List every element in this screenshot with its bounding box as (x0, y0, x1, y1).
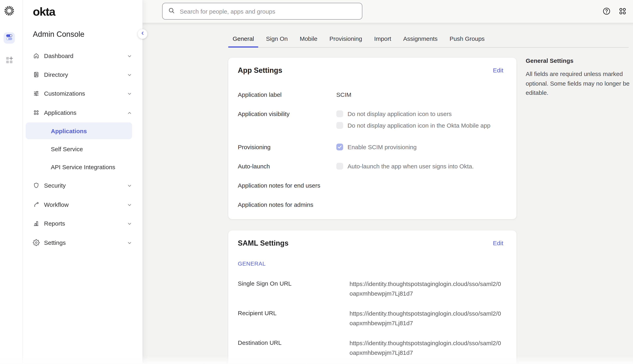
row-destination-url: Destination URL https://identity.thought… (238, 338, 507, 358)
toggles-icon (4, 32, 15, 44)
help-button[interactable] (602, 7, 611, 16)
tab-push-groups[interactable]: Push Groups (445, 30, 489, 47)
product-title: Admin Console (33, 30, 85, 39)
sliders-icon (33, 90, 40, 96)
workflow-path-icon (33, 201, 40, 208)
sidebar: okta Admin Console Dashboard (23, 0, 143, 364)
sidebar-item-applications[interactable]: Applications (23, 106, 143, 119)
sidebar-item-settings[interactable]: Settings (23, 236, 143, 249)
tab-import[interactable]: Import (370, 30, 396, 47)
application-label-value: SCIM (336, 90, 351, 99)
chevron-down-icon (127, 202, 132, 207)
sidebar-item-customizations[interactable]: Customizations (23, 86, 143, 100)
row-notes-end-users: Application notes for end users (238, 181, 507, 190)
chevron-down-icon (127, 220, 132, 226)
chevron-down-icon (127, 53, 132, 58)
row-recipient-url: Recipient URL https://identity.thoughtsp… (238, 309, 507, 328)
sidebar-item-label: Workflow (44, 201, 69, 208)
okta-aura-logo-icon (4, 6, 15, 16)
global-search (162, 3, 362, 20)
auto-launch-option: Auto-launch the app when user signs into… (336, 162, 474, 170)
recipient-url-value: https://identity.thoughtspotstaginglogin… (350, 309, 501, 328)
row-provisioning: Provisioning Enable SCIM provisioning (238, 143, 507, 151)
sidebar-subitem-label: Applications (51, 128, 87, 134)
destination-url-value: https://identity.thoughtspotstaginglogin… (350, 338, 501, 358)
id-card-icon (33, 71, 40, 78)
visibility-option-hide-mobile-icon: Do not display application icon in the O… (336, 121, 490, 130)
help-panel: General Settings All fields are required… (526, 57, 631, 98)
row-application-label: Application label SCIM (238, 90, 507, 99)
sidebar-item-label: Customizations (44, 90, 85, 96)
chevron-down-icon (127, 72, 132, 77)
chevron-up-icon (127, 110, 132, 115)
add-apps-grid-icon (4, 54, 15, 67)
sidebar-subitem-self-service[interactable]: Self Service (23, 142, 143, 156)
checkbox-checked-icon (336, 144, 343, 150)
checkbox-icon (336, 110, 343, 117)
shield-icon (33, 182, 40, 188)
saml-settings-title: SAML Settings (238, 239, 288, 248)
app-switcher-rail (0, 0, 23, 364)
chevron-down-icon (127, 90, 132, 96)
sidebar-item-workflow[interactable]: Workflow (23, 198, 143, 211)
add-apps-rail-button[interactable] (4, 55, 15, 66)
sidebar-item-directory[interactable]: Directory (23, 68, 143, 81)
chevron-left-icon (140, 30, 145, 38)
apps-menu-button[interactable] (618, 7, 627, 16)
single-sign-on-url-value: https://identity.thoughtspotstaginglogin… (350, 279, 501, 298)
row-auto-launch: Auto-launch Auto-launch the app when use… (238, 162, 507, 170)
sidebar-item-reports[interactable]: Reports (23, 216, 143, 230)
home-icon (33, 52, 40, 59)
tab-assignments[interactable]: Assignments (399, 30, 442, 47)
tab-general[interactable]: General (228, 30, 258, 47)
chevron-down-icon (127, 240, 132, 245)
app-settings-title: App Settings (238, 66, 282, 75)
bar-chart-icon (33, 220, 40, 226)
row-notes-admins: Application notes for admins (238, 200, 507, 209)
sidebar-subitem-applications[interactable]: Applications (26, 122, 132, 139)
saml-settings-card: SAML Settings Edit GENERAL Single Sign O… (228, 230, 516, 364)
sidebar-subitem-api-service-integrations[interactable]: API Service Integrations (23, 160, 143, 174)
checkbox-icon (336, 163, 343, 170)
saml-settings-edit-button[interactable]: Edit (493, 239, 503, 248)
search-icon (163, 6, 175, 16)
provisioning-option: Enable SCIM provisioning (336, 143, 417, 151)
chevron-down-icon (127, 182, 132, 188)
gear-icon (33, 239, 40, 246)
checkbox-icon (336, 122, 343, 129)
app-circles-icon (33, 109, 40, 116)
search-input[interactable] (179, 8, 358, 15)
row-single-sign-on-url: Single Sign On URL https://identity.thou… (238, 279, 507, 298)
tab-sign-on[interactable]: Sign On (262, 30, 292, 47)
sidebar-item-label: Directory (44, 71, 68, 78)
topbar (143, 0, 633, 23)
main-area: General Sign On Mobile Provisioning Impo… (143, 0, 633, 364)
sidebar-item-label: Reports (44, 220, 65, 226)
sidebar-subitem-label: Self Service (51, 146, 83, 152)
sidebar-collapse-button[interactable] (138, 29, 147, 39)
tab-mobile[interactable]: Mobile (295, 30, 322, 47)
sidebar-item-label: Dashboard (44, 52, 74, 59)
sidebar-subitem-label: API Service Integrations (51, 164, 115, 170)
help-panel-body: All fields are required unless marked op… (526, 69, 631, 98)
sidebar-item-label: Security (44, 182, 66, 188)
app-tabs: General Sign On Mobile Provisioning Impo… (228, 30, 628, 48)
question-circle-icon (602, 10, 611, 17)
sidebar-item-label: Settings (44, 239, 66, 246)
saml-general-section-heading: GENERAL (238, 260, 516, 267)
grid-circles-icon (618, 10, 627, 17)
sidebar-item-security[interactable]: Security (23, 178, 143, 192)
app-settings-edit-button[interactable]: Edit (493, 66, 503, 75)
admin-console-rail-button[interactable] (4, 32, 15, 44)
app-settings-card: App Settings Edit Application label SCIM… (228, 58, 516, 219)
sidebar-item-dashboard[interactable]: Dashboard (23, 49, 143, 62)
row-application-visibility: Application visibility Do not display ap… (238, 110, 507, 130)
tab-provisioning[interactable]: Provisioning (325, 30, 367, 47)
visibility-option-hide-icon: Do not display application icon to users (336, 110, 490, 118)
help-panel-title: General Settings (526, 57, 631, 64)
okta-admin-console: okta Admin Console Dashboard (0, 0, 633, 364)
okta-wordmark: okta (33, 5, 55, 18)
sidebar-item-label: Applications (44, 109, 77, 116)
content-area: General Sign On Mobile Provisioning Impo… (143, 23, 633, 364)
